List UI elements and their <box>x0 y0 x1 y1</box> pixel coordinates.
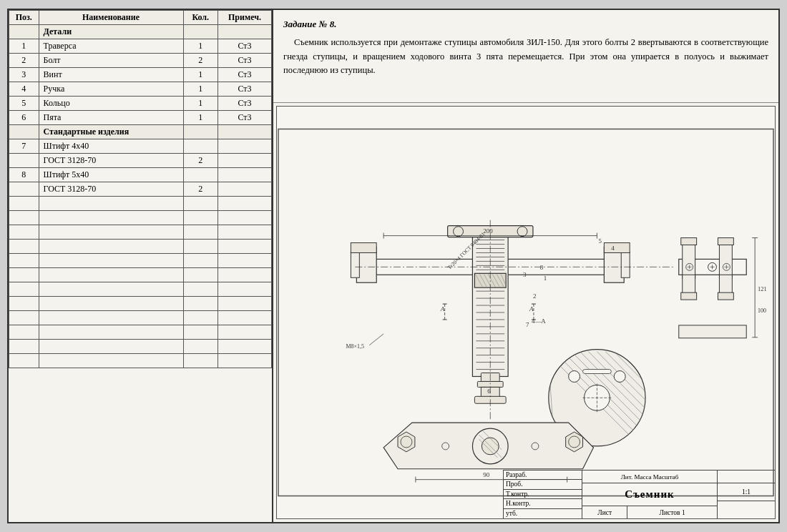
technical-drawing: A A Тr20×4 ГОСТ 9484-81 М8×1,5 200 <box>277 107 775 518</box>
task-body: Съемник используется при демонтаже ступи… <box>283 36 768 77</box>
header-name: Наименование <box>39 11 183 25</box>
table-row: 6Пята1Ст3 <box>9 111 272 125</box>
svg-text:7: 7 <box>526 321 529 328</box>
svg-text:4—А: 4—А <box>532 317 546 325</box>
table-row-empty <box>9 240 272 254</box>
svg-text:121: 121 <box>758 285 767 292</box>
table-row-empty <box>9 254 272 268</box>
svg-rect-31 <box>351 243 376 253</box>
title-utb: утб. <box>504 509 582 518</box>
task-title: Задание № 8. <box>283 17 768 31</box>
table-row: 8Штифт 5х40 <box>9 168 272 182</box>
title-extra <box>718 501 775 518</box>
svg-text:1: 1 <box>544 275 547 282</box>
table-row-empty <box>9 325 272 340</box>
svg-text:A: A <box>440 305 445 312</box>
title-block-center: Лит. Масса Масштаб Съемник Лист Листов 1 <box>582 471 718 518</box>
title-name: Съемник <box>582 483 717 506</box>
svg-rect-76 <box>719 243 732 279</box>
svg-rect-77 <box>681 238 697 245</box>
header-pos: Поз. <box>9 11 39 25</box>
table-row-empty <box>9 354 272 368</box>
svg-text:3: 3 <box>523 271 527 278</box>
svg-rect-113 <box>583 370 612 374</box>
svg-text:2: 2 <box>533 292 536 300</box>
header-note: Примеч. <box>217 11 271 25</box>
title-sheet: Лист <box>582 506 627 518</box>
table-row-empty <box>9 297 272 311</box>
svg-rect-34 <box>604 243 630 253</box>
table-row: 7Штифт 4х40 <box>9 139 272 154</box>
title-tkontrol: Т.контр. <box>504 490 582 499</box>
drawing-area: A A Тr20×4 ГОСТ 9484-81 М8×1,5 200 <box>276 106 776 519</box>
svg-text:A: A <box>529 305 534 312</box>
svg-text:М8×1,5: М8×1,5 <box>346 343 363 350</box>
table-row: 5Кольцо1Ст3 <box>9 97 272 111</box>
section-details: Детали <box>39 25 183 39</box>
svg-text:200: 200 <box>483 227 493 235</box>
table-row: ГОСТ 3128-702 <box>9 154 272 168</box>
svg-text:5: 5 <box>598 237 602 245</box>
svg-rect-82 <box>718 292 733 300</box>
title-scale-value: 1:1 <box>718 483 775 501</box>
title-right-cells: 1:1 <box>718 483 775 518</box>
table-row-empty <box>9 282 272 297</box>
svg-text:4: 4 <box>611 245 615 252</box>
svg-rect-78 <box>718 238 733 245</box>
right-panel: Задание № 8. Съемник используется при де… <box>273 10 778 522</box>
table-row: 4Ручка1Ст3 <box>9 82 272 97</box>
svg-rect-33 <box>621 252 630 277</box>
table-row: 2Болт2Ст3 <box>9 54 272 68</box>
table-row: ГОСТ 3128-702 <box>9 182 272 197</box>
title-block-right: 1:1 <box>718 471 775 518</box>
svg-text:100: 100 <box>758 307 766 314</box>
title-sheets: Листов 1 <box>627 506 717 518</box>
title-mid-top: Лит. Масса Масштаб <box>582 471 717 483</box>
svg-rect-75 <box>683 243 695 279</box>
task-text-area: Задание № 8. Съемник используется при де… <box>273 10 778 103</box>
table-row-empty <box>9 211 272 225</box>
title-nkontrol: Н.контр. <box>504 499 582 508</box>
table-row-empty <box>9 225 272 240</box>
title-razrab: Разраб. <box>504 471 582 480</box>
table-row-empty <box>9 197 272 211</box>
table-row-empty <box>9 268 272 282</box>
svg-rect-92 <box>679 325 746 338</box>
page: Поз. Наименование Кол. Примеч. Детали1Тр… <box>7 9 780 523</box>
left-panel: Поз. Наименование Кол. Примеч. Детали1Тр… <box>9 10 273 522</box>
parts-table: Поз. Наименование Кол. Примеч. Детали1Тр… <box>9 10 272 368</box>
table-row-empty <box>9 311 272 325</box>
table-row-empty <box>9 340 272 354</box>
svg-rect-81 <box>681 292 697 300</box>
title-scale-label <box>718 471 775 483</box>
section-std: Стандартные изделия <box>39 125 183 139</box>
title-block-labels: Разраб. Проб. Т.контр. Н.контр. утб. <box>504 471 582 518</box>
svg-point-111 <box>569 371 580 383</box>
header-qty: Кол. <box>183 11 217 25</box>
title-prob: Проб. <box>504 480 582 489</box>
svg-text:8: 8 <box>540 264 544 271</box>
svg-rect-30 <box>351 252 359 277</box>
table-row: 1Траверса1Ст3 <box>9 39 272 54</box>
table-row: 3Винт1Ст3 <box>9 68 272 82</box>
svg-point-112 <box>614 371 625 383</box>
svg-text:90: 90 <box>483 471 489 478</box>
title-block: Разраб. Проб. Т.контр. Н.контр. утб. Лит… <box>503 470 775 518</box>
